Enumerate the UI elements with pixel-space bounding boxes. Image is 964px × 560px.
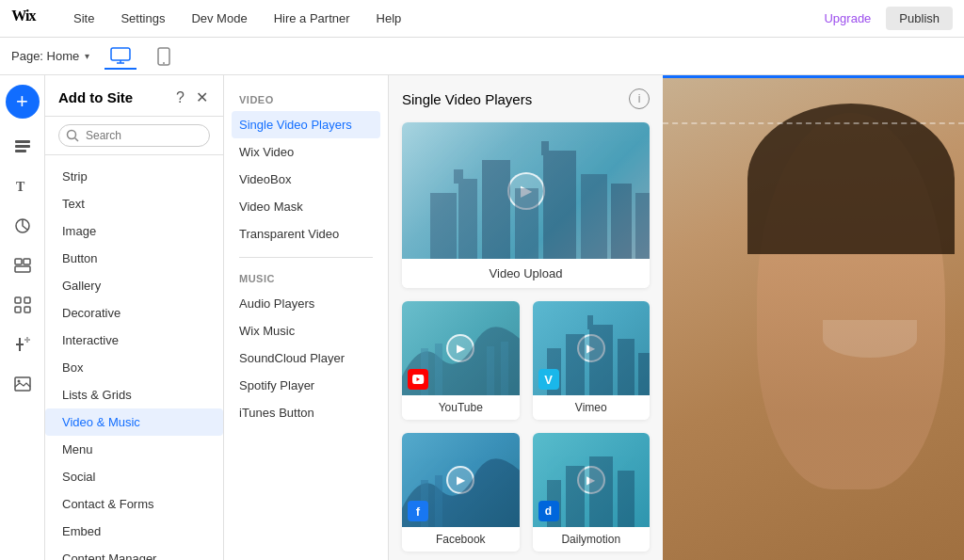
add-item-box[interactable]: Box (45, 354, 223, 381)
add-item-embed[interactable]: Embed (45, 518, 223, 545)
svg-rect-23 (454, 169, 463, 184)
add-item-menu[interactable]: Menu (45, 436, 223, 463)
add-item-strip[interactable]: Strip (45, 163, 223, 190)
add-panel-list: Strip Text Image Button Gallery Decorati… (45, 155, 223, 560)
text-button[interactable]: T (6, 169, 40, 203)
top-bar: Wix Site Settings Dev Mode Hire a Partne… (0, 0, 964, 38)
plugins-button[interactable] (6, 328, 40, 361)
add-item-image[interactable]: Image (45, 217, 223, 245)
music-item-soundcloud[interactable]: SoundCloud Player (224, 344, 388, 372)
music-item-audio[interactable]: Audio Players (224, 290, 388, 317)
svg-rect-24 (482, 160, 510, 259)
video-item-mask[interactable]: Video Mask (224, 193, 388, 220)
add-item-social[interactable]: Social (45, 463, 223, 490)
help-nav[interactable]: Help (371, 8, 408, 29)
svg-rect-45 (566, 466, 585, 527)
sections-button[interactable] (6, 248, 40, 282)
site-nav[interactable]: Site (68, 8, 100, 29)
add-item-interactive[interactable]: Interactive (45, 327, 223, 354)
info-icon[interactable]: i (629, 88, 650, 109)
video-card-label-youtube: YouTube (402, 395, 520, 420)
upgrade-link[interactable]: Upgrade (824, 11, 871, 25)
svg-rect-28 (581, 174, 607, 259)
video-item-videobox[interactable]: VideoBox (224, 166, 388, 193)
panel-divider (239, 257, 373, 258)
add-item-video-music[interactable]: Video & Music (45, 408, 223, 436)
chevron-down-icon: ▾ (85, 51, 89, 61)
add-item-decorative[interactable]: Decorative (45, 299, 223, 327)
dailymotion-badge: d (538, 501, 559, 521)
svg-rect-34 (487, 346, 494, 395)
add-item-lists-grids[interactable]: Lists & Grids (45, 381, 223, 408)
page-selector[interactable]: Page: Home ▾ (11, 49, 89, 63)
search-icon (66, 129, 79, 142)
svg-rect-33 (435, 344, 442, 395)
theme-button[interactable] (6, 209, 40, 243)
devmode-nav[interactable]: Dev Mode (185, 8, 252, 29)
svg-rect-35 (501, 342, 508, 395)
close-panel-button[interactable]: ✕ (194, 87, 210, 108)
add-item-text[interactable]: Text (45, 190, 223, 217)
content-title: Single Video Players (402, 91, 532, 107)
svg-point-20 (68, 131, 76, 139)
video-card-facebook[interactable]: ▶ f Facebook (402, 433, 520, 552)
search-input[interactable] (58, 124, 210, 147)
settings-nav[interactable]: Settings (115, 8, 170, 29)
svg-rect-38 (589, 325, 613, 395)
publish-button[interactable]: Publish (886, 7, 953, 30)
video-card-vimeo[interactable]: ▶ V Vimeo (533, 301, 651, 420)
music-item-spotify[interactable]: Spotify Player (224, 372, 388, 399)
add-button[interactable]: + (6, 85, 40, 119)
svg-rect-40 (618, 339, 635, 395)
add-item-button[interactable]: Button (45, 245, 223, 272)
desktop-view-button[interactable] (104, 43, 137, 70)
svg-rect-46 (589, 456, 613, 527)
svg-text:T: T (16, 180, 25, 194)
video-section-label: VIDEO (224, 88, 388, 111)
site-pages-button[interactable] (6, 130, 40, 164)
svg-rect-26 (543, 151, 576, 259)
video-card-youtube[interactable]: ▶ YouTube (402, 301, 520, 420)
svg-rect-30 (635, 193, 650, 259)
video-card-upload[interactable]: ▶ Video Upload (402, 122, 650, 288)
content-header: Single Video Players i (402, 88, 650, 109)
video-item-transparent[interactable]: Transparent Video (224, 220, 388, 248)
svg-rect-25 (515, 188, 538, 259)
music-item-wix-music[interactable]: Wix Music (224, 317, 388, 344)
facebook-badge: f (408, 501, 428, 521)
video-thumb-youtube: ▶ (402, 301, 520, 395)
video-card-label-dailymotion: Dailymotion (533, 527, 651, 552)
add-item-contact-forms[interactable]: Contact & Forms (45, 490, 223, 518)
svg-rect-22 (458, 179, 477, 259)
svg-rect-7 (15, 145, 30, 148)
media-button[interactable] (6, 367, 40, 401)
svg-rect-27 (541, 141, 549, 155)
svg-line-21 (75, 138, 79, 142)
video-card-dailymotion[interactable]: ▶ d Dailymotion (533, 433, 651, 552)
svg-rect-37 (566, 334, 585, 395)
svg-rect-17 (24, 307, 30, 312)
svg-rect-15 (24, 297, 30, 303)
add-item-gallery[interactable]: Gallery (45, 272, 223, 299)
add-item-content-manager[interactable]: Content Manager (45, 545, 223, 560)
svg-rect-41 (638, 353, 651, 395)
video-cards-row-2: ▶ f Facebook ▶ d Dailymotion (402, 433, 650, 552)
mobile-view-button[interactable] (152, 43, 176, 70)
hire-nav[interactable]: Hire a Partner (268, 8, 356, 29)
content-panel: Single Video Players i ▶ (389, 75, 663, 560)
music-item-itunes[interactable]: iTunes Button (224, 399, 388, 426)
svg-rect-13 (15, 266, 30, 272)
svg-text:Wix: Wix (11, 9, 36, 24)
add-panel-title: Add to Site (58, 89, 133, 105)
svg-rect-12 (24, 259, 30, 264)
svg-point-5 (163, 62, 165, 64)
search-row (45, 117, 223, 155)
apps-button[interactable] (6, 288, 40, 322)
svg-rect-6 (15, 140, 30, 143)
video-item-wix-video[interactable]: Wix Video (224, 138, 388, 166)
video-item-single-players[interactable]: Single Video Players (232, 111, 380, 138)
video-cards-row-1: ▶ YouTube (402, 301, 650, 420)
help-icon-button[interactable]: ? (174, 88, 186, 108)
svg-rect-29 (611, 184, 632, 259)
youtube-badge (408, 369, 428, 390)
